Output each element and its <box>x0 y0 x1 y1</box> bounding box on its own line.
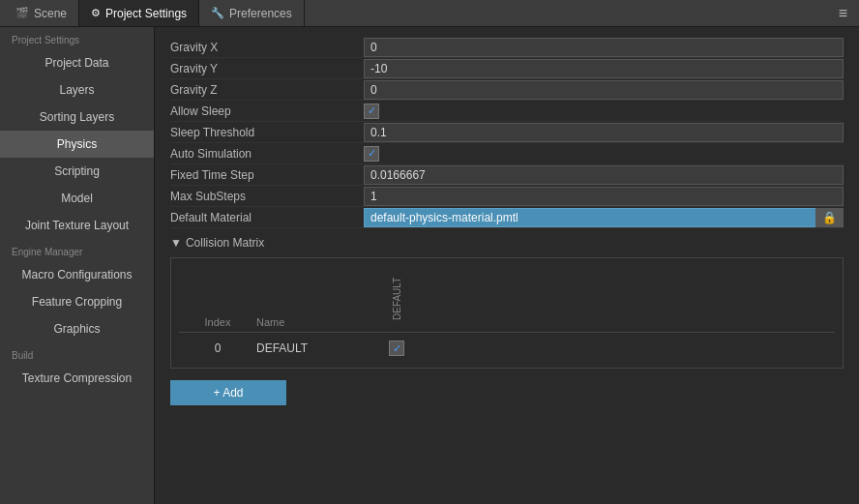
gravity-x-value[interactable]: 0 <box>364 38 844 57</box>
gravity-z-value[interactable]: 0 <box>364 80 844 100</box>
matrix-cell-index-0: 0 <box>179 341 256 355</box>
default-material-value[interactable]: default-physics-material.pmtl <box>364 208 815 227</box>
tab-project-settings[interactable]: ⚙ Project Settings <box>79 0 199 26</box>
sidebar-item-project-data[interactable]: Project Data <box>0 49 154 76</box>
max-substeps-value[interactable]: 1 <box>364 187 844 206</box>
prop-row-sleep-threshold: Sleep Threshold 0.1 <box>170 122 844 143</box>
matrix-cell-check-0-0: ✓ <box>372 341 421 356</box>
main-layout: Project Settings Project Data Layers Sor… <box>0 27 859 504</box>
add-button[interactable]: + Add <box>170 380 286 405</box>
sidebar-section-engine-manager: Engine Manager <box>0 239 154 261</box>
prop-row-gravity-x: Gravity X 0 <box>170 37 844 58</box>
fixed-time-step-value[interactable]: 0.0166667 <box>364 165 844 185</box>
prop-row-max-substeps: Max SubSteps 1 <box>170 186 844 207</box>
sidebar-item-scripting[interactable]: Scripting <box>0 158 154 185</box>
tab-preferences[interactable]: 🔧 Preferences <box>199 0 305 26</box>
prop-row-allow-sleep: Allow Sleep ✓ <box>170 101 844 122</box>
gravity-y-value[interactable]: -10 <box>364 59 844 78</box>
default-material-label: Default Material <box>170 208 364 227</box>
max-substeps-label: Max SubSteps <box>170 187 364 206</box>
allow-sleep-label: Allow Sleep <box>170 102 364 121</box>
prop-row-default-material: Default Material default-physics-materia… <box>170 207 844 228</box>
fixed-time-step-label: Fixed Time Step <box>170 165 364 185</box>
tab-bar: 🎬 Scene ⚙ Project Settings 🔧 Preferences… <box>0 0 859 27</box>
prop-row-gravity-y: Gravity Y -10 <box>170 58 844 79</box>
matrix-header-index: Index <box>179 316 256 328</box>
sidebar-item-feature-cropping[interactable]: Feature Cropping <box>0 288 154 315</box>
sidebar-item-layers[interactable]: Layers <box>0 76 154 104</box>
auto-simulation-label: Auto Simulation <box>170 144 364 163</box>
tab-preferences-label: Preferences <box>229 7 292 20</box>
prop-row-fixed-time-step: Fixed Time Step 0.0166667 <box>170 164 844 186</box>
sidebar-item-physics[interactable]: Physics <box>0 131 154 158</box>
default-material-field-container: default-physics-material.pmtl 🔒 <box>364 208 844 227</box>
tab-scene[interactable]: 🎬 Scene <box>4 0 79 26</box>
sidebar-item-texture-compression[interactable]: Texture Compression <box>0 365 154 392</box>
allow-sleep-checkbox[interactable]: ✓ <box>364 104 379 119</box>
collision-matrix-label: Collision Matrix <box>186 236 264 250</box>
sidebar-section-project-settings: Project Settings <box>0 27 154 49</box>
prop-row-auto-simulation: Auto Simulation ✓ <box>170 143 844 164</box>
sidebar-item-sorting-layers[interactable]: Sorting Layers <box>0 104 154 131</box>
sidebar-section-build: Build <box>0 342 154 365</box>
collision-matrix-chevron: ▼ <box>170 236 182 250</box>
default-material-browse-button[interactable]: 🔒 <box>815 208 844 227</box>
tab-bar-menu-button[interactable]: ≡ <box>831 1 855 26</box>
gravity-x-label: Gravity X <box>170 38 364 57</box>
collision-matrix-header-row: Index Name DEFAULT <box>179 266 835 333</box>
matrix-header-default: DEFAULT <box>372 270 421 328</box>
prop-row-gravity-z: Gravity Z 0 <box>170 79 844 101</box>
matrix-cell-name-0: DEFAULT <box>256 341 372 355</box>
auto-simulation-checkbox[interactable]: ✓ <box>364 146 379 162</box>
matrix-header-name: Name <box>256 316 372 328</box>
project-settings-icon: ⚙ <box>91 7 101 19</box>
sleep-threshold-label: Sleep Threshold <box>170 123 364 142</box>
gravity-z-label: Gravity Z <box>170 80 364 100</box>
tab-scene-label: Scene <box>34 7 67 20</box>
preferences-icon: 🔧 <box>211 7 224 19</box>
matrix-checkbox-0-0[interactable]: ✓ <box>389 341 404 356</box>
sidebar-item-graphics[interactable]: Graphics <box>0 315 154 342</box>
gravity-y-label: Gravity Y <box>170 59 364 78</box>
sidebar: Project Settings Project Data Layers Sor… <box>0 27 155 504</box>
sidebar-item-joint-texture-layout[interactable]: Joint Texture Layout <box>0 212 154 239</box>
sidebar-item-model[interactable]: Model <box>0 185 154 212</box>
sleep-threshold-value[interactable]: 0.1 <box>364 123 844 142</box>
collision-matrix-container: Index Name DEFAULT 0 DEFAULT ✓ <box>170 257 844 369</box>
sidebar-item-macro-configurations[interactable]: Macro Configurations <box>0 261 154 288</box>
collision-matrix-header[interactable]: ▼ Collision Matrix <box>170 228 844 253</box>
scene-icon: 🎬 <box>15 7 29 19</box>
content-area: Gravity X 0 Gravity Y -10 Gravity Z 0 Al… <box>155 27 859 504</box>
tab-project-settings-label: Project Settings <box>105 7 187 20</box>
table-row: 0 DEFAULT ✓ <box>179 337 835 360</box>
